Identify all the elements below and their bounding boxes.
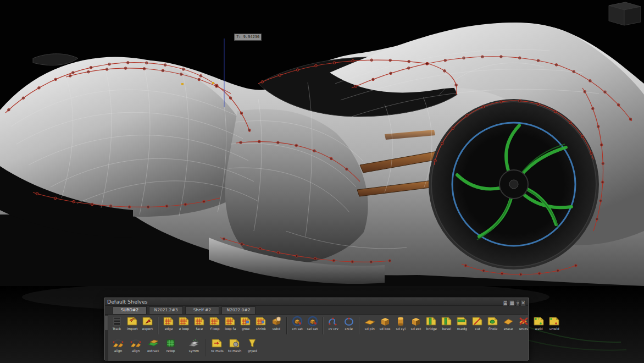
control-vertex[interactable] [537,59,540,62]
control-vertex[interactable] [277,251,280,254]
control-vertex[interactable] [443,70,446,73]
tab-n2021-2-3[interactable]: N2021.2#3 [149,306,183,314]
car-model[interactable] [0,23,644,286]
control-vertex[interactable] [108,63,111,65]
tool-import[interactable]: import [125,316,140,331]
control-vertex[interactable] [555,64,558,67]
tool-symm[interactable]: symm [186,338,202,353]
control-vertex[interactable] [501,272,503,275]
control-vertex[interactable] [332,260,335,262]
control-vertex[interactable] [164,64,166,67]
control-vertex[interactable] [481,56,484,58]
tool-export[interactable]: export [141,316,155,331]
control-vertex[interactable] [389,59,392,62]
control-vertex[interactable] [165,205,168,208]
control-vertex[interactable] [500,101,503,103]
tool-unwld[interactable]: unwld [547,316,562,331]
control-vertex[interactable] [372,78,375,81]
control-vertex[interactable] [455,84,458,86]
tool-bridge[interactable]: bridge [424,316,438,331]
tool-cut[interactable]: cut [470,316,485,331]
control-vertex[interactable] [259,248,262,250]
control-vertex[interactable] [199,75,202,78]
tool-nsedg[interactable]: nsedg [455,316,469,331]
tool-sd-ext[interactable]: sd ext [409,316,423,331]
control-vertex[interactable] [599,200,602,202]
control-vertex[interactable] [198,78,201,81]
control-vertex[interactable] [465,114,468,117]
tab-subd-2[interactable]: SUBD#2 [113,306,147,314]
control-vertex[interactable] [241,243,243,246]
control-vertex[interactable] [124,67,127,70]
control-vertex[interactable] [351,261,354,263]
control-vertex[interactable] [352,59,354,62]
tool-crcle[interactable]: crcle [342,316,356,331]
control-vertex[interactable] [590,152,593,155]
control-vertex[interactable] [602,162,604,165]
control-vertex[interactable] [128,206,131,208]
control-vertex[interactable] [584,91,586,94]
control-vertex[interactable] [313,150,316,152]
control-vertex[interactable] [519,273,522,276]
view-cube[interactable] [609,2,641,25]
control-vertex[interactable] [8,108,10,111]
tool-grow[interactable]: grow [238,316,253,331]
control-vertex[interactable] [482,270,485,272]
control-vertex[interactable] [277,141,280,144]
tool-weld[interactable]: ?weld [532,316,546,331]
control-vertex[interactable] [184,203,187,206]
control-vertex[interactable] [604,91,607,94]
control-vertex[interactable] [592,107,595,110]
control-vertex[interactable] [315,64,318,67]
control-vertex[interactable] [182,68,185,71]
tool-extract[interactable]: extract [145,338,162,353]
control-vertex[interactable] [537,103,540,106]
control-vertex[interactable] [482,106,485,108]
tool-gryed[interactable]: gryed [244,338,260,353]
control-vertex[interactable] [557,270,559,272]
control-vertex[interactable] [390,72,392,75]
tab-n2022-0-2[interactable]: N2022.0#2 [221,306,256,314]
control-vertex[interactable] [296,255,298,257]
control-vertex[interactable] [143,68,146,70]
close-icon[interactable]: ✕ [520,300,526,306]
tool-face[interactable]: face [192,316,207,331]
control-vertex[interactable] [73,200,75,203]
control-vertex[interactable] [346,168,348,170]
control-vertex[interactable] [333,62,336,64]
control-vertex[interactable] [596,218,598,221]
tool-shrink[interactable]: shrink [254,316,268,331]
control-vertex[interactable] [629,118,632,120]
control-vertex[interactable] [426,63,429,65]
control-vertex[interactable] [408,67,410,70]
grid-icon[interactable]: ▦ [509,300,515,306]
control-vertex[interactable] [589,80,592,82]
control-vertex[interactable] [261,81,264,84]
control-vertex[interactable] [600,144,603,146]
control-vertex[interactable] [314,257,317,260]
tool-re-mats[interactable]: re mats [209,338,225,353]
tool-cv-crv[interactable]: cv crv [326,316,341,331]
tool-track[interactable]: Track [110,316,124,331]
tool-retop[interactable]: retop [163,338,179,353]
control-vertex[interactable] [452,127,454,130]
tool-align[interactable]: align [127,338,144,353]
control-vertex[interactable] [408,61,410,63]
control-vertex[interactable] [240,112,243,115]
control-vertex[interactable] [90,66,92,69]
control-vertex[interactable] [434,160,437,162]
tool-e-loop[interactable]: e loop [177,316,191,331]
control-vertex[interactable] [248,129,251,131]
control-vertex[interactable] [22,97,25,100]
control-vertex[interactable] [54,197,57,200]
control-vertex[interactable] [295,144,298,147]
control-vertex[interactable] [581,135,584,138]
collapse-icon[interactable]: ▿ [516,300,520,306]
control-vertex[interactable] [146,62,148,64]
control-vertex[interactable] [54,78,57,81]
shelf-titlebar[interactable]: Default Shelves ⊞▦▿✕ [105,298,528,306]
control-vertex[interactable] [441,142,444,145]
control-vertex[interactable] [106,68,108,71]
control-vertex[interactable] [464,265,467,267]
control-vertex[interactable] [330,157,333,160]
